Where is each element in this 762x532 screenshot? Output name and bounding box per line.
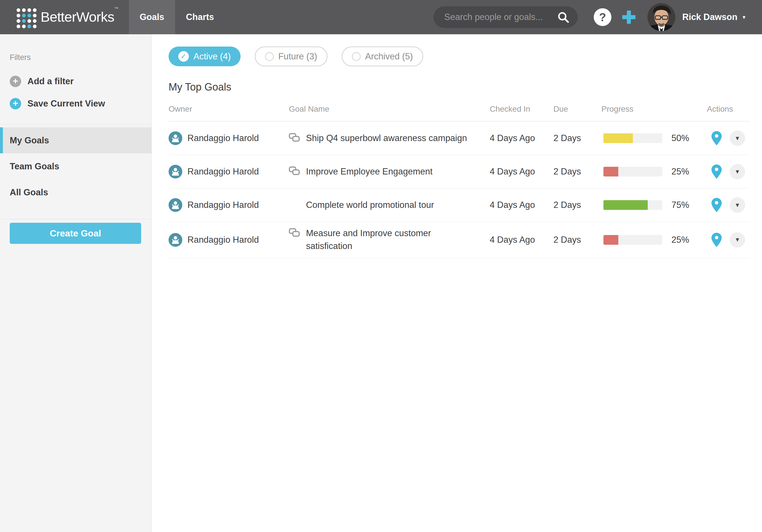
due-value: 2 Days: [554, 235, 601, 245]
col-header-due: Due: [554, 104, 601, 114]
table-row: Randaggio Harold Ship Q4 superbowl aware…: [169, 122, 749, 155]
progress-bar: [603, 200, 662, 210]
progress-percent: 25%: [671, 166, 689, 177]
row-menu-button[interactable]: ▼: [730, 164, 745, 179]
col-header-progress: Progress: [601, 104, 707, 114]
checked-in-value: 4 Days Ago: [490, 235, 554, 245]
create-goal-section: Create Goal: [0, 219, 151, 244]
checkin-pin-icon[interactable]: [712, 165, 722, 179]
col-header-goal-name: Goal Name: [289, 104, 490, 114]
tab-goals[interactable]: Goals: [129, 0, 175, 34]
main-content: ✓ Active (4) Future (3) Archived (5) My …: [152, 34, 762, 532]
goal-name-link[interactable]: Measure and Improve customer satisficati…: [306, 227, 478, 253]
caret-down-icon: ▼: [734, 135, 740, 142]
add-filter-plus-icon: +: [10, 76, 21, 87]
save-view-button[interactable]: + Save Current View: [10, 98, 151, 109]
logo-grid-icon: [17, 8, 37, 28]
user-name[interactable]: Rick Dawson: [682, 12, 737, 22]
search-input[interactable]: [433, 6, 578, 28]
owner-avatar-icon: [169, 198, 182, 212]
filters-heading: Filters: [10, 53, 151, 62]
add-icon[interactable]: [621, 9, 637, 26]
table-row: Randaggio Harold Measure and Improve cus…: [169, 222, 749, 258]
status-tab-archived[interactable]: Archived (5): [342, 46, 423, 66]
aligned-goal-icon: [289, 166, 300, 177]
progress-percent: 25%: [671, 235, 689, 245]
create-goal-button[interactable]: Create Goal: [10, 223, 141, 244]
sidebar: Filters + Add a filter + Save Current Vi…: [0, 34, 152, 532]
tab-charts[interactable]: Charts: [175, 0, 225, 34]
owner-avatar-icon: [169, 165, 182, 178]
col-header-owner: Owner: [169, 104, 289, 114]
search-container: [433, 6, 578, 28]
save-view-label: Save Current View: [28, 99, 105, 109]
sidebar-item-all-goals[interactable]: All Goals: [0, 179, 151, 205]
search-icon[interactable]: [557, 11, 570, 25]
owner-avatar-icon: [169, 233, 182, 247]
owner-avatar-icon: [169, 131, 182, 145]
caret-down-icon: ▼: [734, 168, 740, 175]
checkin-pin-icon[interactable]: [712, 131, 722, 145]
due-value: 2 Days: [554, 133, 601, 143]
owner-name[interactable]: Randaggio Harold: [188, 200, 259, 210]
checked-in-value: 4 Days Ago: [490, 166, 554, 177]
add-filter-label: Add a filter: [28, 76, 74, 87]
progress-bar-fill: [603, 235, 618, 245]
radio-circle-icon: [352, 52, 360, 61]
progress-bar-fill: [603, 133, 633, 143]
check-circle-icon: ✓: [178, 51, 189, 62]
goal-status-tabs: ✓ Active (4) Future (3) Archived (5): [169, 46, 749, 66]
checkin-pin-icon[interactable]: [712, 233, 722, 247]
due-value: 2 Days: [554, 200, 601, 210]
page-title: My Top Goals: [169, 81, 749, 93]
status-tab-archived-label: Archived (5): [365, 51, 413, 62]
status-tab-active[interactable]: ✓ Active (4): [169, 46, 241, 66]
status-tab-active-label: Active (4): [193, 51, 231, 62]
radio-circle-icon: [265, 52, 274, 61]
progress-bar: [603, 167, 662, 176]
progress-bar: [603, 133, 662, 143]
table-row: Randaggio Harold Improve Employee Engage…: [169, 155, 749, 188]
logo-wordmark: BetterWorks: [40, 6, 114, 28]
progress-bar-fill: [603, 200, 648, 210]
owner-name[interactable]: Randaggio Harold: [188, 133, 259, 143]
save-view-plus-icon: +: [10, 98, 21, 109]
page-body: Filters + Add a filter + Save Current Vi…: [0, 34, 762, 532]
checked-in-value: 4 Days Ago: [490, 133, 554, 143]
row-menu-button[interactable]: ▼: [730, 197, 745, 213]
aligned-goal-icon: [289, 228, 300, 239]
logo-trademark: ™: [114, 6, 118, 11]
betterworks-logo[interactable]: BetterWorks ™: [17, 6, 118, 28]
sidebar-item-team-goals[interactable]: Team Goals: [0, 153, 151, 179]
owner-name[interactable]: Randaggio Harold: [188, 166, 259, 177]
progress-percent: 50%: [671, 133, 689, 143]
col-header-actions: Actions: [707, 104, 749, 114]
checkin-pin-icon[interactable]: [712, 198, 722, 212]
goal-name-link[interactable]: Ship Q4 superbowl awareness campaign: [306, 132, 467, 145]
goal-name-link[interactable]: Improve Employee Engagement: [306, 166, 432, 178]
table-header: Owner Goal Name Checked In Due Progress …: [169, 104, 749, 122]
top-nav: BetterWorks ™ Goals Charts ?: [0, 0, 762, 34]
goal-scope-nav: My Goals Team Goals All Goals: [0, 124, 151, 205]
row-menu-button[interactable]: ▼: [730, 130, 745, 146]
progress-percent: 75%: [671, 200, 689, 210]
caret-down-icon: ▼: [734, 236, 740, 243]
owner-name[interactable]: Randaggio Harold: [188, 235, 259, 245]
table-row: Randaggio Harold Complete world promotio…: [169, 188, 749, 222]
goal-name-link[interactable]: Complete world promotional tour: [306, 199, 434, 212]
help-icon[interactable]: ?: [594, 8, 611, 26]
sidebar-item-my-goals[interactable]: My Goals: [0, 127, 151, 153]
topbar-right: ?: [433, 3, 762, 31]
user-menu-caret-icon[interactable]: ▾: [742, 14, 745, 21]
add-filter-button[interactable]: + Add a filter: [10, 76, 151, 87]
goals-table: Randaggio Harold Ship Q4 superbowl aware…: [169, 122, 749, 258]
user-avatar[interactable]: [648, 3, 675, 31]
due-value: 2 Days: [554, 166, 601, 177]
status-tab-future-label: Future (3): [278, 51, 317, 62]
checked-in-value: 4 Days Ago: [490, 200, 554, 210]
status-tab-future[interactable]: Future (3): [255, 46, 328, 66]
progress-bar-fill: [603, 167, 618, 176]
aligned-goal-icon: [289, 133, 300, 144]
progress-bar: [603, 235, 662, 245]
row-menu-button[interactable]: ▼: [730, 232, 745, 247]
